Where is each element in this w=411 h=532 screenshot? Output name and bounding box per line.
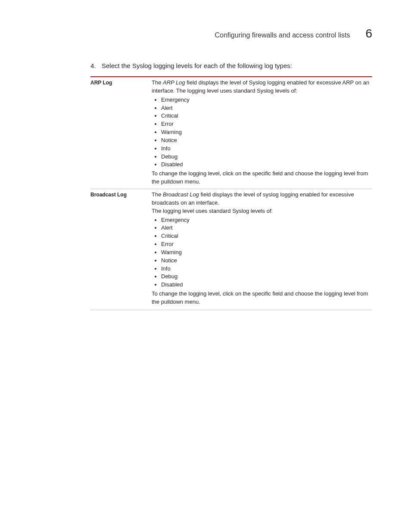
- list-item: Notice: [161, 257, 372, 265]
- list-item: Emergency: [161, 96, 372, 104]
- step-number: 4.: [90, 62, 102, 69]
- row-description: The Broadcast Log field displays the lev…: [152, 191, 372, 306]
- list-item: Disabled: [161, 161, 372, 169]
- field-name: ARP Log: [163, 79, 185, 86]
- list-item: Debug: [161, 153, 372, 161]
- list-item: Disabled: [161, 281, 372, 289]
- list-item: Warning: [161, 249, 372, 257]
- table-row: ARP Log The ARP Log field displays the l…: [90, 77, 372, 189]
- row-label: Broadcast Log: [90, 191, 152, 306]
- list-item: Notice: [161, 137, 372, 145]
- list-item: Emergency: [161, 216, 372, 224]
- page-header: Configuring firewalls and access control…: [90, 27, 372, 40]
- row-extra-line: The logging level uses standard Syslog l…: [152, 207, 372, 215]
- levels-list: Emergency Alert Critical Error Warning N…: [152, 216, 372, 289]
- list-item: Info: [161, 145, 372, 153]
- log-types-table: ARP Log The ARP Log field displays the l…: [90, 76, 372, 310]
- list-item: Critical: [161, 232, 372, 240]
- row-label: ARP Log: [90, 79, 152, 186]
- row-outro: To change the logging level, click on th…: [152, 170, 372, 186]
- list-item: Critical: [161, 112, 372, 120]
- row-intro: The ARP Log field displays the level of …: [152, 79, 372, 95]
- table-row: Broadcast Log The Broadcast Log field di…: [90, 189, 372, 309]
- step-line: 4.Select the Syslog logging levels for e…: [90, 62, 372, 69]
- list-item: Error: [161, 240, 372, 249]
- list-item: Error: [161, 120, 372, 128]
- list-item: Info: [161, 265, 372, 273]
- levels-list: Emergency Alert Critical Error Warning N…: [152, 96, 372, 169]
- header-title: Configuring firewalls and access control…: [215, 31, 350, 39]
- step-text: Select the Syslog logging levels for eac…: [102, 62, 292, 69]
- row-intro: The Broadcast Log field displays the lev…: [152, 191, 372, 207]
- row-description: The ARP Log field displays the level of …: [152, 79, 372, 186]
- list-item: Debug: [161, 273, 372, 281]
- list-item: Alert: [161, 104, 372, 112]
- list-item: Alert: [161, 224, 372, 232]
- list-item: Warning: [161, 128, 372, 137]
- table-bottom-rule: [90, 310, 372, 310]
- field-name: Broadcast Log: [163, 191, 199, 198]
- chapter-number: 6: [365, 27, 372, 40]
- row-outro: To change the logging level, click on th…: [152, 290, 372, 306]
